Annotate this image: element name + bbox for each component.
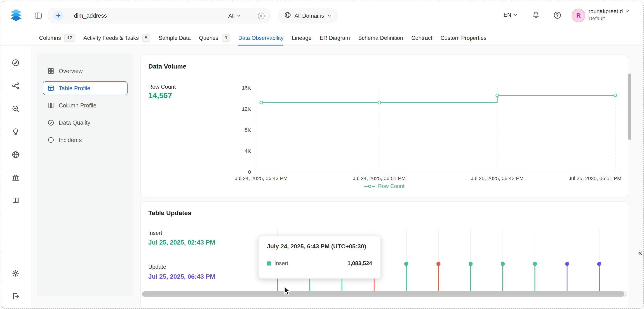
rail-logout-button[interactable] — [11, 292, 20, 300]
svg-text:Jul 25, 2025, 06:51 PM: Jul 25, 2025, 06:51 PM — [568, 175, 622, 181]
tab-label: Lineage — [292, 35, 312, 41]
menu-item-label: Incidents — [59, 137, 82, 143]
line-point[interactable] — [614, 94, 617, 97]
rail-observability-button[interactable] — [11, 105, 20, 113]
tab-lineage[interactable]: Lineage — [292, 31, 312, 45]
notifications-bell-icon[interactable] — [532, 11, 540, 19]
svg-text:12K: 12K — [242, 106, 251, 112]
menu-item-overview[interactable]: Overview — [43, 64, 128, 78]
rail-explore-button[interactable] — [11, 59, 20, 67]
row-count-legend[interactable]: Row Count — [141, 183, 628, 189]
avatar-initial: R — [576, 12, 581, 19]
tab-er-diagram[interactable]: ER Diagram — [320, 31, 350, 45]
global-search-bar[interactable]: dim_address All — [48, 8, 271, 23]
language-dropdown[interactable]: EN — [504, 12, 517, 18]
svg-text:0: 0 — [248, 169, 251, 175]
line-point[interactable] — [496, 94, 499, 97]
tab-label: Columns — [39, 35, 61, 41]
language-label: EN — [504, 12, 511, 18]
tab-queries[interactable]: Queries0 — [199, 31, 230, 45]
tab-data-observability[interactable]: Data Observability — [238, 31, 283, 45]
tab-columns-count-badge: 12 — [64, 34, 75, 42]
svg-text:Jul 24, 2025, 06:51 PM: Jul 24, 2025, 06:51 PM — [353, 175, 406, 181]
logout-icon — [11, 295, 20, 302]
table-updates-card: Table Updates Insert Jul 25, 2025, 02:43… — [140, 201, 628, 309]
update-point-insert[interactable] — [501, 262, 505, 266]
profiler-side-panel: OverviewTable ProfileColumn ProfileData … — [37, 53, 134, 296]
columns-icon — [48, 102, 54, 109]
menu-item-label: Column Profile — [59, 102, 96, 109]
chevron-down-icon — [236, 13, 241, 19]
tab-label: Sample Data — [159, 35, 191, 41]
horizontal-scrollbar-thumb[interactable] — [142, 291, 624, 297]
app-window: dim_address All All Domains EN R rounakp… — [0, 0, 644, 309]
user-name: rounakpreet.d — [589, 8, 623, 14]
rail-glossary-button[interactable] — [11, 197, 20, 205]
update-point-update[interactable] — [565, 262, 569, 266]
settings-icon — [11, 272, 20, 279]
row-count-line-chart: 04K8K12K16KJul 24, 2025, 06:43 PMJul 24,… — [141, 55, 629, 198]
rail-lineage-button[interactable] — [11, 82, 20, 90]
tab-label: Schema Definition — [358, 35, 403, 41]
user-avatar[interactable]: R — [572, 9, 585, 22]
ai-sparkle-icon — [53, 11, 63, 21]
app-logo-icon[interactable] — [8, 8, 24, 24]
update-point-insert[interactable] — [533, 262, 537, 266]
help-icon[interactable] — [553, 11, 561, 19]
menu-item-data-quality[interactable]: Data Quality — [43, 116, 128, 130]
chevron-down-icon — [514, 12, 518, 18]
domains-dropdown[interactable]: All Domains — [278, 8, 338, 23]
svg-text:Jul 24, 2025, 06:43 PM: Jul 24, 2025, 06:43 PM — [235, 175, 288, 181]
menu-item-incidents[interactable]: Incidents — [43, 133, 128, 147]
user-menu[interactable]: rounakpreet.d Default — [589, 8, 630, 21]
right-panel-handle-icon[interactable] — [637, 250, 643, 256]
search-clear-icon[interactable] — [257, 12, 265, 20]
svg-text:16K: 16K — [242, 85, 251, 91]
glossary-icon — [11, 199, 20, 206]
line-point[interactable] — [260, 101, 263, 104]
entity-tab-bar: Columns12Activity Feeds & Tasks5Sample D… — [0, 31, 644, 46]
update-point-insert[interactable] — [469, 262, 473, 266]
rail-domains-button[interactable] — [11, 151, 20, 159]
lineage-icon — [11, 84, 20, 91]
legend-label: Row Count — [378, 183, 404, 189]
tab-custom-properties[interactable]: Custom Properties — [440, 31, 486, 45]
rail-insights-button[interactable] — [11, 128, 20, 136]
tab-columns[interactable]: Columns12 — [39, 31, 75, 45]
tab-schema-definition[interactable]: Schema Definition — [358, 31, 403, 45]
insights-icon — [11, 130, 20, 137]
grid-icon — [48, 68, 54, 74]
tooltip-series-swatch — [267, 261, 271, 265]
menu-item-label: Table Profile — [59, 85, 90, 92]
rail-govern-button[interactable] — [11, 173, 20, 182]
domains-label: All Domains — [294, 13, 324, 19]
menu-item-column-profile[interactable]: Column Profile — [43, 98, 128, 112]
update-point-update[interactable] — [597, 262, 601, 266]
tab-contract[interactable]: Contract — [411, 31, 432, 45]
alert-circle-icon — [48, 137, 54, 143]
tab-label: Custom Properties — [440, 35, 486, 41]
rail-settings-button[interactable] — [11, 269, 20, 277]
tooltip-title: July 24, 2025, 6:43 PM (UTC+05:30) — [267, 243, 372, 249]
update-point-delete[interactable] — [436, 262, 440, 266]
update-point-insert[interactable] — [404, 262, 408, 266]
tab-activity-feeds-tasks-count-badge: 5 — [142, 34, 150, 42]
search-scope-dropdown[interactable]: All — [228, 13, 241, 19]
horizontal-scrollbar[interactable] — [142, 291, 627, 297]
tab-activity-feeds-tasks[interactable]: Activity Feeds & Tasks5 — [84, 31, 150, 45]
menu-item-table-profile[interactable]: Table Profile — [43, 81, 128, 95]
tab-label: Queries — [199, 35, 218, 41]
data-volume-card: Data Volume Row Count 14,567 04K8K12K16K… — [140, 55, 628, 197]
domains-icon — [11, 153, 20, 160]
legend-line-icon — [364, 184, 375, 188]
search-input[interactable]: dim_address — [74, 12, 107, 19]
chevron-down-icon — [625, 8, 629, 14]
menu-item-label: Overview — [59, 68, 83, 74]
vertical-scrollbar[interactable] — [628, 74, 631, 140]
tab-label: Data Observability — [238, 35, 283, 41]
tab-sample-data[interactable]: Sample Data — [159, 31, 191, 45]
sidebar-toggle-icon[interactable] — [34, 12, 42, 20]
globe-icon — [284, 12, 291, 20]
line-point[interactable] — [378, 101, 381, 104]
tab-label: Activity Feeds & Tasks — [84, 35, 139, 41]
